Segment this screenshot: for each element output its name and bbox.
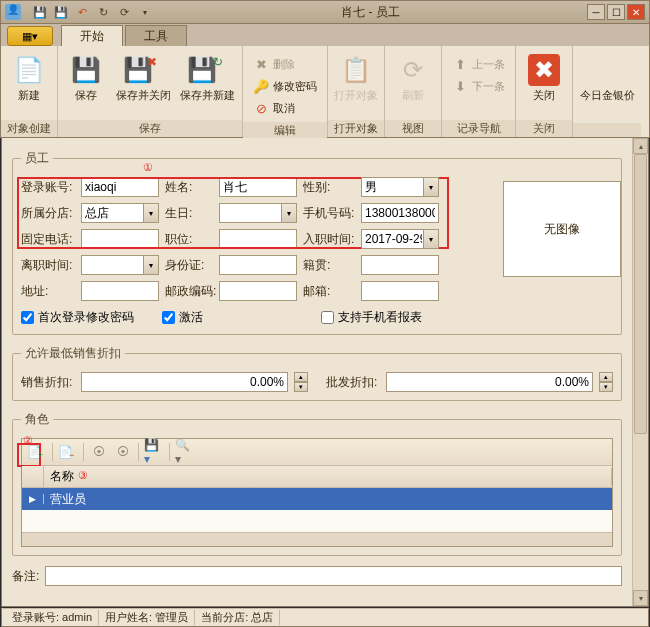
window-title: 肖七 - 员工 (154, 4, 587, 21)
grid-hscrollbar[interactable] (22, 532, 612, 546)
app-menu-button[interactable]: ▦▾ (7, 26, 53, 46)
refresh-button[interactable]: ⟳ 刷新 (391, 50, 435, 102)
active-checkbox[interactable]: 激活 (162, 309, 203, 326)
role-remove-button[interactable]: 📄− (57, 442, 79, 462)
first-login-pwd-input[interactable] (21, 311, 34, 324)
spin-up-icon[interactable]: ▴ (294, 372, 308, 382)
sale-disc-spinner[interactable]: ▴▾ (294, 372, 308, 392)
addr-label: 地址: (21, 283, 75, 300)
gold-label: 今日金银价 (580, 89, 635, 102)
wholesale-disc-spinner[interactable]: ▴▾ (599, 372, 613, 392)
change-pwd-button[interactable]: 🔑修改密码 (249, 76, 321, 96)
save-close-button[interactable]: 💾✖ 保存并关闭 (114, 50, 172, 102)
new-button[interactable]: 📄 新建 (7, 50, 51, 102)
addr-input[interactable] (81, 281, 159, 301)
refresh-label: 刷新 (402, 89, 424, 102)
ribbon-group-create: 📄 新建 对象创建 (1, 46, 58, 137)
wholesale-disc-input[interactable] (386, 372, 593, 392)
arrow-up-icon: ⬆ (452, 56, 468, 72)
tel-input[interactable] (81, 229, 159, 249)
email-input[interactable] (361, 281, 439, 301)
vertical-scrollbar[interactable]: ▴ ▾ (632, 138, 648, 606)
minimize-button[interactable]: ─ (587, 4, 605, 20)
scroll-down-icon[interactable]: ▾ (633, 590, 648, 606)
store-label: 所属分店: (21, 205, 75, 222)
zip-input[interactable] (219, 281, 297, 301)
open-obj-label: 打开对象 (334, 89, 378, 102)
qa-dropdown-icon[interactable]: ▾ (136, 3, 154, 21)
discount-legend: 允许最低销售折扣 (21, 345, 125, 362)
phone-input[interactable] (361, 203, 439, 223)
name-input[interactable] (219, 177, 297, 197)
first-login-pwd-checkbox[interactable]: 首次登录修改密码 (21, 309, 134, 326)
ribbon: 📄 新建 对象创建 💾 保存 💾✖ 保存并关闭 💾↻ 保存并新建 保存 (0, 46, 650, 138)
chevron-down-icon[interactable]: ▾ (423, 229, 439, 249)
delete-button[interactable]: ✖删除 (249, 54, 321, 74)
mobile-report-checkbox[interactable]: 支持手机看报表 (321, 309, 422, 326)
content-area: 员工 ① 登录账号: 姓名: 性别: ▾ 所属分店: ▾ 生日: ▾ 手机号码:… (1, 138, 649, 607)
hire-select[interactable]: ▾ (361, 229, 439, 249)
table-row[interactable]: ▶ 营业员 (22, 488, 612, 510)
role-search-button[interactable]: 🔍▾ (174, 442, 196, 462)
grid-header: 名称 (22, 466, 612, 488)
sale-disc-input[interactable] (81, 372, 288, 392)
qa-redo-icon[interactable]: ↻ (94, 3, 112, 21)
grid-header-rowsel[interactable] (22, 466, 44, 487)
spin-down-icon[interactable]: ▾ (294, 382, 308, 392)
group-open-label: 打开对象 (328, 120, 384, 137)
close-module-button[interactable]: ✖ 关闭 (522, 50, 566, 102)
qa-save-icon[interactable]: 💾 (31, 3, 49, 21)
native-input[interactable] (361, 255, 439, 275)
active-label: 激活 (179, 309, 203, 326)
email-label: 邮箱: (303, 283, 355, 300)
active-input[interactable] (162, 311, 175, 324)
role-first-button[interactable]: ⦿ (88, 442, 110, 462)
idcard-input[interactable] (219, 255, 297, 275)
role-name-cell[interactable]: 营业员 (44, 491, 612, 508)
birth-select[interactable]: ▾ (219, 203, 297, 223)
chevron-down-icon[interactable]: ▾ (143, 203, 159, 223)
chevron-down-icon[interactable]: ▾ (423, 177, 439, 197)
checkbox-row: 首次登录修改密码 激活 支持手机看报表 (21, 309, 491, 326)
arrow-down-icon: ⬇ (452, 78, 468, 94)
qa-refresh-icon[interactable]: ⟳ (115, 3, 133, 21)
tab-start[interactable]: 开始 (61, 25, 123, 46)
prev-record-button[interactable]: ⬆上一条 (448, 54, 509, 74)
next-record-button[interactable]: ⬇下一条 (448, 76, 509, 96)
roles-toolbar: 📄+ 📄− ⦿ ⦿ 💾▾ 🔍▾ (22, 439, 612, 466)
sale-disc-label: 销售折扣: (21, 374, 75, 391)
annotation-2: ② (23, 434, 33, 447)
scroll-thumb[interactable] (634, 154, 647, 434)
cancel-icon: ⊘ (253, 100, 269, 116)
leave-select[interactable]: ▾ (81, 255, 159, 275)
spin-down-icon[interactable]: ▾ (599, 382, 613, 392)
login-input[interactable] (81, 177, 159, 197)
name-label: 姓名: (165, 179, 213, 196)
qa-undo-icon[interactable]: ↶ (73, 3, 91, 21)
remark-input[interactable] (45, 566, 622, 586)
role-export-button[interactable]: 💾▾ (143, 442, 165, 462)
mobile-report-input[interactable] (321, 311, 334, 324)
photo-placeholder[interactable]: 无图像 (503, 181, 621, 277)
toolbar-separator (83, 443, 84, 461)
store-select[interactable]: ▾ (81, 203, 159, 223)
chevron-down-icon[interactable]: ▾ (281, 203, 297, 223)
scroll-up-icon[interactable]: ▴ (633, 138, 648, 154)
qa-save-close-icon[interactable]: 💾 (52, 3, 70, 21)
maximize-button[interactable]: ☐ (607, 4, 625, 20)
group-close-label: 关闭 (516, 120, 572, 137)
title-input[interactable] (219, 229, 297, 249)
ribbon-group-edit: ✖删除 🔑修改密码 ⊘取消 编辑 (243, 46, 328, 137)
tab-tools[interactable]: 工具 (125, 25, 187, 46)
close-button[interactable]: ✕ (627, 4, 645, 20)
grid-header-name[interactable]: 名称 (44, 468, 612, 485)
open-object-button[interactable]: 📋 打开对象 (334, 50, 378, 102)
gold-price-button[interactable]: 今日金银价 (579, 50, 635, 102)
spin-up-icon[interactable]: ▴ (599, 372, 613, 382)
chevron-down-icon[interactable]: ▾ (143, 255, 159, 275)
role-last-button[interactable]: ⦿ (112, 442, 134, 462)
save-button[interactable]: 💾 保存 (64, 50, 108, 102)
save-new-button[interactable]: 💾↻ 保存并新建 (178, 50, 236, 102)
gender-select[interactable]: ▾ (361, 177, 439, 197)
cancel-button[interactable]: ⊘取消 (249, 98, 321, 118)
